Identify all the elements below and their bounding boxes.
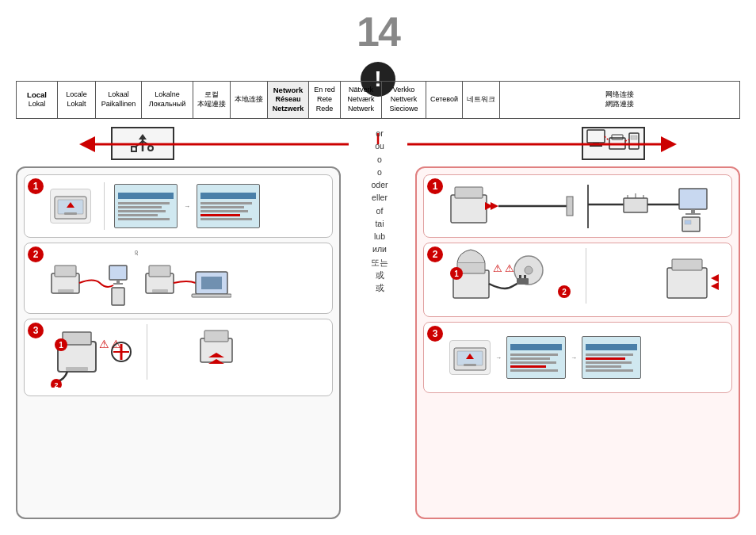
header-en-red: En redReteRede bbox=[309, 82, 341, 118]
svg-rect-28 bbox=[116, 280, 120, 283]
svg-rect-54 bbox=[455, 187, 483, 198]
svg-rect-30 bbox=[112, 288, 124, 305]
svg-rect-25 bbox=[55, 266, 76, 277]
printer-laptop-icon bbox=[144, 250, 231, 307]
usb-connect-illustration-2 bbox=[144, 250, 231, 307]
network-connection-panel: 1 bbox=[415, 166, 740, 519]
svg-text:2: 2 bbox=[54, 381, 58, 388]
svg-rect-22 bbox=[64, 212, 77, 215]
header-network: NetworkRéseauNetzwerk bbox=[268, 82, 309, 118]
left-step-2: 2 bbox=[24, 243, 333, 314]
software-screen-2 bbox=[197, 184, 260, 228]
right-step-3-badge: 3 bbox=[427, 326, 443, 342]
svg-rect-84 bbox=[667, 268, 707, 298]
svg-marker-56 bbox=[491, 202, 498, 210]
svg-rect-81 bbox=[517, 278, 529, 285]
svg-marker-16 bbox=[661, 136, 677, 152]
header-chinese-local: 本地连接 bbox=[231, 82, 268, 118]
svg-point-78 bbox=[525, 266, 533, 274]
svg-marker-15 bbox=[79, 136, 95, 152]
page-number: 14 bbox=[357, 8, 399, 55]
svg-rect-66 bbox=[679, 189, 707, 209]
header-verkko: VerkkoNettverkSieciowe bbox=[382, 82, 426, 118]
svg-text:2: 2 bbox=[562, 288, 567, 296]
svg-rect-32 bbox=[149, 266, 170, 277]
laptop-printer-power-icon bbox=[157, 324, 252, 388]
cd-drive-right-icon bbox=[452, 342, 487, 373]
svg-marker-86 bbox=[711, 274, 719, 282]
svg-text:⚠: ⚠ bbox=[505, 262, 514, 274]
vertical-text: or bbox=[134, 250, 139, 255]
or-separator: or ou o o oder eller of tai lub или 또는 或… bbox=[360, 127, 399, 294]
svg-rect-36 bbox=[201, 277, 222, 289]
svg-rect-33 bbox=[152, 289, 168, 292]
header-bar: LocalLokal LocaleLokalt LokaalPaikalline… bbox=[16, 81, 740, 119]
header-korean-net: 네트워크 bbox=[463, 82, 500, 118]
printer-usb-icon bbox=[50, 250, 129, 307]
right-step-2-badge: 2 bbox=[427, 246, 443, 262]
header-natverk: NätverkNetværkNetwerk bbox=[341, 82, 382, 118]
svg-rect-26 bbox=[58, 289, 74, 292]
right-step-2: 2 1 ⚠ ⚠ 2 bbox=[423, 243, 732, 317]
left-step-3: 3 1 ⚠ ⚠ bbox=[24, 319, 333, 396]
svg-rect-70 bbox=[685, 220, 691, 224]
right-step-1-badge: 1 bbox=[427, 178, 443, 194]
header-korean-local: 로컬本端連接 bbox=[193, 82, 231, 118]
local-connection-panel: 1 bbox=[16, 166, 341, 519]
svg-text:1: 1 bbox=[454, 269, 459, 278]
network-software-screen-1 bbox=[506, 336, 566, 379]
step-2-badge: 2 bbox=[28, 246, 44, 262]
svg-rect-90 bbox=[464, 364, 476, 366]
svg-rect-61 bbox=[624, 198, 647, 212]
svg-rect-53 bbox=[451, 195, 487, 223]
network-config-illustration: 1 ⚠ ⚠ 2 bbox=[449, 248, 576, 311]
header-russian-net: Сетевой bbox=[426, 82, 463, 118]
network-config-illustration-2 bbox=[596, 248, 723, 311]
svg-text:1: 1 bbox=[59, 341, 63, 350]
header-local: LocalLokal bbox=[17, 82, 58, 118]
svg-rect-27 bbox=[109, 266, 127, 280]
svg-rect-85 bbox=[672, 259, 702, 270]
svg-rect-82 bbox=[519, 275, 521, 278]
header-lokalne: LokalneЛокальный bbox=[142, 82, 193, 118]
cd-illustration-right bbox=[449, 340, 491, 375]
cd-drive-icon bbox=[53, 190, 88, 222]
svg-text:⚠: ⚠ bbox=[99, 338, 109, 350]
header-lokaal: LokaalPaikallinen bbox=[96, 82, 142, 118]
laptop-power-illustration bbox=[157, 324, 252, 391]
step-1-badge: 1 bbox=[28, 178, 44, 194]
header-chinese-net: 网络连接網路連接 bbox=[500, 82, 739, 118]
svg-rect-35 bbox=[192, 294, 231, 297]
network-cable-illustration bbox=[449, 181, 727, 232]
printer-power-icon: 1 ⚠ ⚠ 2 bbox=[50, 324, 137, 388]
svg-rect-68 bbox=[685, 213, 701, 215]
header-locale: LocaleLokalt bbox=[58, 82, 96, 118]
software-screen-1 bbox=[114, 184, 178, 228]
svg-rect-83 bbox=[524, 275, 526, 278]
svg-rect-29 bbox=[113, 283, 123, 285]
svg-rect-58 bbox=[567, 197, 573, 216]
svg-rect-39 bbox=[66, 367, 88, 371]
left-step-1: 1 bbox=[24, 174, 333, 238]
usb-connect-illustration-1 bbox=[50, 250, 129, 307]
right-step-1: 1 bbox=[423, 174, 732, 238]
cd-rom-illustration bbox=[50, 189, 91, 224]
network-software-screen-2 bbox=[582, 336, 641, 379]
svg-marker-87 bbox=[711, 282, 719, 290]
svg-text:⚠: ⚠ bbox=[493, 262, 502, 274]
svg-rect-67 bbox=[691, 209, 695, 213]
svg-rect-50 bbox=[204, 331, 228, 342]
power-cable-illustration: 1 ⚠ ⚠ 2 bbox=[50, 324, 137, 391]
right-step-3: 3 → bbox=[423, 322, 732, 393]
step-3-badge: 3 bbox=[28, 323, 44, 338]
